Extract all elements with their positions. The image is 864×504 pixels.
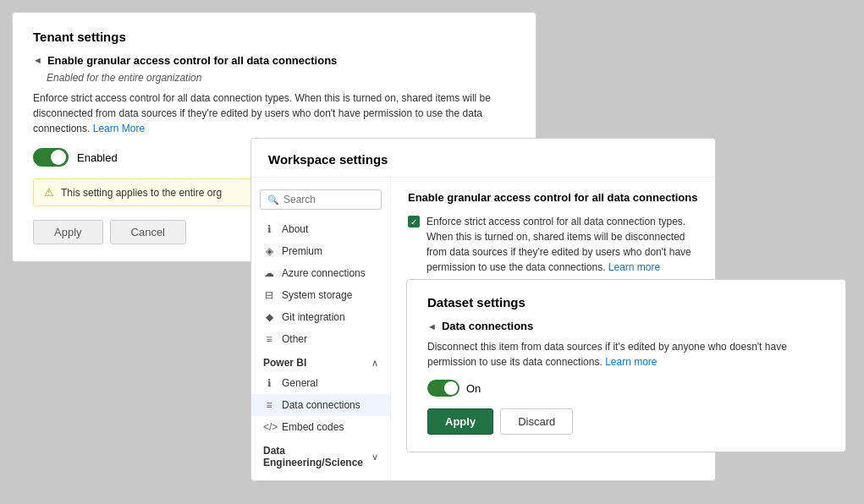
ws-learn-more-link[interactable]: Learn more xyxy=(608,261,660,273)
sidebar-item-other[interactable]: ≡ Other xyxy=(251,328,390,350)
other-icon: ≡ xyxy=(263,333,275,345)
tenant-toggle[interactable] xyxy=(33,148,69,167)
data-eng-label: DataEngineering/Science xyxy=(263,445,363,468)
sidebar-item-general[interactable]: ℹ General xyxy=(251,372,390,394)
dataset-toggle-label: On xyxy=(466,382,481,395)
data-eng-section[interactable]: DataEngineering/Science ∨ xyxy=(251,438,390,472)
sidebar-item-azure[interactable]: ☁ Azure connections xyxy=(251,262,390,284)
azure-icon: ☁ xyxy=(263,267,275,279)
dataset-section-title: Data connections xyxy=(442,320,533,332)
ws-main-heading: Enable granular access control for all d… xyxy=(408,191,698,204)
workspace-search-box[interactable]: 🔍 xyxy=(260,189,382,210)
sidebar-label-azure: Azure connections xyxy=(282,267,366,279)
ws-checkbox[interactable]: ✓ xyxy=(408,216,420,227)
git-icon: ◆ xyxy=(263,311,275,323)
sidebar-label-data-connections: Data connections xyxy=(282,399,360,411)
dataset-title: Dataset settings xyxy=(427,295,825,310)
data-connections-icon: ≡ xyxy=(263,399,275,411)
power-bi-label: Power BI xyxy=(263,357,306,369)
dataset-toggle[interactable] xyxy=(427,380,460,397)
data-eng-chevron: ∨ xyxy=(371,452,378,463)
dataset-toggle-row: On xyxy=(427,380,825,397)
about-icon: ℹ xyxy=(263,223,275,235)
sidebar-item-storage[interactable]: ⊟ System storage xyxy=(251,284,390,306)
tenant-apply-button[interactable]: Apply xyxy=(33,220,103,244)
dataset-section-header: ◄ Data connections xyxy=(427,320,825,332)
sidebar-label-embed-codes: Embed codes xyxy=(282,421,344,433)
dataset-arrow-icon: ◄ xyxy=(427,321,437,331)
dataset-description: Disconnect this item from data sources i… xyxy=(427,339,825,370)
tenant-title: Tenant settings xyxy=(33,30,515,44)
dataset-button-row: Apply Discard xyxy=(427,408,825,435)
sidebar-item-data-connections[interactable]: ≡ Data connections xyxy=(251,394,390,416)
tenant-description: Enforce strict access control for all da… xyxy=(33,90,515,136)
tenant-cancel-button[interactable]: Cancel xyxy=(110,220,186,244)
tenant-arrow-icon: ◄ xyxy=(33,55,42,65)
dataset-settings-panel: Dataset settings ◄ Data connections Disc… xyxy=(406,279,846,452)
workspace-sidebar: 🔍 ℹ About ◈ Premium ☁ Azure connections … xyxy=(251,178,391,480)
sidebar-item-embed-codes[interactable]: </> Embed codes xyxy=(251,416,390,438)
power-bi-chevron: ∧ xyxy=(371,358,378,369)
dataset-learn-more-link[interactable]: Learn more xyxy=(605,356,657,368)
sidebar-item-git[interactable]: ◆ Git integration xyxy=(251,306,390,328)
premium-icon: ◈ xyxy=(263,245,275,257)
tenant-section-subtitle: Enabled for the entire organization xyxy=(47,72,515,84)
general-icon: ℹ xyxy=(263,377,275,389)
workspace-search-input[interactable] xyxy=(283,194,374,205)
storage-icon: ⊟ xyxy=(263,289,275,301)
sidebar-label-git: Git integration xyxy=(282,311,345,323)
sidebar-label-general: General xyxy=(282,377,318,389)
search-icon: 🔍 xyxy=(267,194,279,205)
power-bi-section[interactable]: Power BI ∧ xyxy=(251,350,390,372)
ws-checkbox-row: ✓ Enforce strict access control for all … xyxy=(408,214,698,275)
tenant-toggle-label: Enabled xyxy=(77,151,118,164)
warning-icon: ⚠ xyxy=(44,186,54,199)
dataset-discard-button[interactable]: Discard xyxy=(500,408,573,435)
embed-codes-icon: </> xyxy=(263,421,275,433)
sidebar-label-other: Other xyxy=(282,333,307,345)
tenant-section-header: ◄ Enable granular access control for all… xyxy=(33,54,515,67)
sidebar-label-storage: System storage xyxy=(282,289,352,301)
tenant-section-title: Enable granular access control for all d… xyxy=(47,54,337,67)
dataset-apply-button[interactable]: Apply xyxy=(427,408,493,435)
ws-checkbox-desc: Enforce strict access control for all da… xyxy=(426,214,698,275)
tenant-warning-text: This setting applies to the entire org xyxy=(61,187,222,199)
workspace-title: Workspace settings xyxy=(251,139,715,178)
sidebar-item-premium[interactable]: ◈ Premium xyxy=(251,240,390,262)
sidebar-item-about[interactable]: ℹ About xyxy=(251,218,390,240)
tenant-learn-more-link[interactable]: Learn More xyxy=(93,123,145,134)
sidebar-label-about: About xyxy=(282,223,308,235)
sidebar-label-premium: Premium xyxy=(282,245,322,257)
